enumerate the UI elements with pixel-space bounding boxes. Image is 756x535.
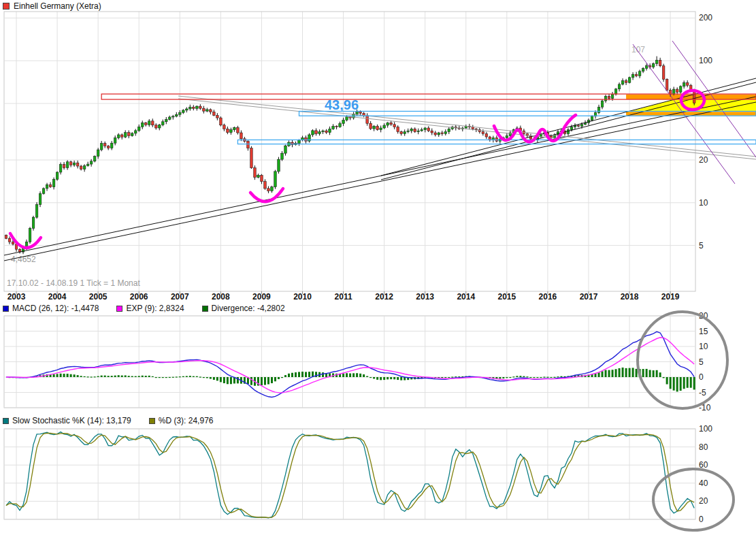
divergence-bar xyxy=(165,377,167,378)
divergence-bar xyxy=(67,374,69,377)
divergence-bar xyxy=(101,376,103,377)
price-axis-tick-label: 5 xyxy=(699,241,704,250)
candle-down xyxy=(223,125,226,129)
macd-axis-tick-label: -5 xyxy=(699,388,706,398)
candle-down xyxy=(154,125,157,128)
divergence-bar xyxy=(281,377,283,378)
divergence-bar xyxy=(632,368,634,377)
candle-up xyxy=(233,127,236,129)
candle-down xyxy=(608,96,610,98)
divergence-bar xyxy=(111,376,113,377)
candle-up xyxy=(679,86,682,93)
divergence-bar xyxy=(533,377,535,378)
divergence-bar xyxy=(359,374,361,377)
divergence-bar xyxy=(210,377,212,379)
divergence-bar xyxy=(305,372,307,377)
divergence-bar xyxy=(356,373,358,377)
candle-down xyxy=(151,121,154,125)
candle-up xyxy=(628,78,631,82)
candle-up xyxy=(448,129,450,131)
divergence-legend-label: Divergence: -4,2802 xyxy=(212,304,285,313)
divergence-bar xyxy=(536,377,538,378)
candle-down xyxy=(5,236,7,239)
macd-legend-label: MACD (26, 12): -1,4478 xyxy=(12,304,99,313)
titlebar: Einhell Germany (Xetra) xyxy=(3,1,101,11)
all-time-low-label: 4,4652 xyxy=(11,255,36,264)
candle-up xyxy=(580,125,583,127)
divergence-swatch-icon xyxy=(202,306,208,312)
divergence-bar xyxy=(250,377,252,385)
divergence-bar xyxy=(108,376,110,377)
chart-canvas[interactable]: 200100502010520151050-5-1010080604020020… xyxy=(0,0,756,535)
recent-high-label: 107 xyxy=(631,45,645,54)
divergence-bar xyxy=(553,377,555,378)
candle-up xyxy=(165,119,167,121)
candle-up xyxy=(404,132,406,134)
candle-down xyxy=(431,131,433,133)
candle-down xyxy=(247,141,250,148)
candle-up xyxy=(417,131,420,131)
price-axis-tick-label: 10 xyxy=(699,198,708,208)
macd-axis-tick-label: 5 xyxy=(699,357,704,367)
candle-up xyxy=(83,166,86,169)
candle-down xyxy=(441,133,444,133)
candle-down xyxy=(120,135,123,137)
candle-down xyxy=(414,129,416,131)
divergence-bar xyxy=(540,377,542,378)
candle-down xyxy=(485,133,488,137)
candle-up xyxy=(421,130,423,131)
macd-swatch-icon xyxy=(3,306,9,312)
candle-up xyxy=(284,146,287,153)
candle-up xyxy=(39,193,42,204)
legend-item-divergence[interactable]: Divergence: -4,2802 xyxy=(202,304,285,313)
candle-down xyxy=(193,107,195,108)
divergence-bar xyxy=(523,376,525,377)
divergence-bar xyxy=(642,369,644,377)
candle-up xyxy=(621,81,624,84)
legend-item-stochastic-d[interactable]: %D (3): 24,976 xyxy=(149,416,214,425)
candle-down xyxy=(676,89,678,92)
candle-down xyxy=(49,184,52,187)
candle-down xyxy=(635,74,638,76)
candle-down xyxy=(80,166,82,169)
divergence-bar xyxy=(159,377,161,378)
divergence-bar xyxy=(284,375,286,377)
stochastic-k-line xyxy=(6,432,694,518)
candle-up xyxy=(601,101,604,107)
divergence-bar xyxy=(274,377,276,381)
gray-highlight-ellipse xyxy=(653,469,734,530)
black-trendline xyxy=(4,102,756,261)
divergence-bar xyxy=(203,377,205,378)
divergence-bar xyxy=(189,376,191,377)
stochastic-k-legend-label: Slow Stochastic %K (14): 13,179 xyxy=(12,416,131,425)
legend-item-macd[interactable]: MACD (26, 12): -1,4478 xyxy=(3,304,99,313)
candle-up xyxy=(189,107,192,109)
divergence-bar xyxy=(693,377,695,389)
candle-up xyxy=(257,176,260,178)
candle-down xyxy=(369,123,372,129)
price-axis-tick-label: 200 xyxy=(699,13,712,22)
divergence-bar xyxy=(196,376,198,377)
candle-down xyxy=(264,182,267,189)
candle-up xyxy=(90,161,93,164)
candle-up xyxy=(373,126,376,129)
candle-up xyxy=(298,140,301,144)
date-range-footnote: 17.10.02 - 14.08.19 1 Tick = 1 Monat xyxy=(7,278,140,288)
candle-up xyxy=(342,120,345,123)
candle-down xyxy=(199,106,202,108)
divergence-bar xyxy=(162,377,164,378)
candle-up xyxy=(46,184,48,189)
legend-item-exp[interactable]: EXP (9): 2,8324 xyxy=(116,304,184,313)
divergence-bar xyxy=(506,377,508,378)
candle-down xyxy=(267,189,270,191)
candle-up xyxy=(645,66,648,69)
divergence-bar xyxy=(602,371,604,377)
candle-down xyxy=(400,132,403,134)
divergence-bar xyxy=(261,377,263,385)
legend-item-slow-stochastic-k[interactable]: Slow Stochastic %K (14): 13,179 xyxy=(3,416,131,425)
divergence-bar xyxy=(148,376,150,377)
divergence-bar xyxy=(663,377,665,378)
divergence-bar xyxy=(56,374,59,377)
divergence-bar xyxy=(519,376,521,377)
divergence-bar xyxy=(322,372,324,377)
